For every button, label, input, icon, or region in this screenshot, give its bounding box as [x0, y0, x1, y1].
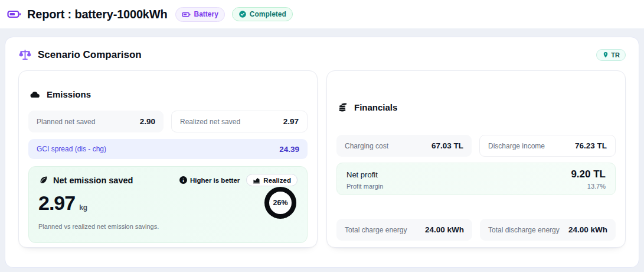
type-badge-label: Battery: [194, 11, 218, 18]
card-header: Scenario Comparison TR: [14, 47, 630, 70]
emissions-title: Emissions: [47, 89, 91, 99]
battery-small-icon: [182, 10, 191, 19]
big-value-group: 2.97 kg: [38, 192, 87, 215]
highlight-caption: Planned vs realized net emission savings…: [38, 223, 298, 230]
comparison-panels: Emissions Planned net saved 2.90 Realize…: [14, 70, 630, 248]
financials-title: Financials: [354, 102, 397, 112]
percent-value: 26%: [273, 199, 287, 207]
profit-margin-value: 13.7%: [587, 183, 606, 190]
highlight-header: Net emission saved i Higher is better Re…: [38, 174, 298, 186]
card-title: Scenario Comparison: [38, 49, 142, 61]
charging-cost-stat: Charging cost 67.03 TL: [336, 135, 472, 157]
total-discharge-energy-stat: Total discharge energy 24.00 kWh: [480, 219, 616, 241]
stat-label: Realized net saved: [180, 118, 240, 126]
cloud-icon: [30, 89, 41, 100]
area-chart-icon: [253, 176, 260, 184]
balance-scale-icon: [18, 48, 32, 61]
financials-title-group: Financials: [338, 102, 614, 112]
status-badge-label: Completed: [250, 11, 286, 18]
info-icon: i: [179, 176, 187, 184]
leaf-icon: [38, 175, 48, 185]
net-emission-unit: kg: [79, 203, 87, 212]
battery-icon: [7, 7, 21, 21]
financials-stat-row: Charging cost 67.03 TL Discharge income …: [336, 135, 616, 157]
totals-row: Total charge energy 24.00 kWh Total disc…: [336, 219, 616, 241]
highlight-title: Net emission saved: [53, 176, 133, 185]
stat-label: Total discharge energy: [488, 226, 560, 234]
realized-net-saved-stat: Realized net saved 2.97: [171, 111, 308, 132]
stat-label: Charging cost: [345, 142, 388, 150]
net-profit-value: 9.20 TL: [571, 169, 606, 180]
higher-is-better-hint: i Higher is better: [179, 176, 240, 184]
net-profit-label: Net profit: [346, 170, 378, 179]
highlight-controls: i Higher is better Realized: [179, 174, 298, 186]
stat-label: Discharge income: [488, 142, 545, 150]
planned-net-saved-stat: Planned net saved 2.90: [28, 111, 164, 132]
stat-value: 2.90: [140, 117, 155, 126]
gci-spread-value: 24.39: [279, 145, 299, 154]
type-badge: Battery: [175, 7, 224, 22]
status-badge: Completed: [232, 7, 293, 21]
discharge-income-stat: Discharge income 76.23 TL: [479, 135, 616, 157]
hint-label: Higher is better: [190, 177, 240, 184]
card-title-group: Scenario Comparison: [18, 48, 142, 61]
net-profit-card: Net profit 9.20 TL Profit margin 13.7%: [336, 163, 616, 195]
realized-toggle-button[interactable]: Realized: [246, 174, 298, 186]
stat-label: Planned net saved: [37, 118, 95, 126]
gci-spread-label: GCI spread (dis - chg): [37, 145, 106, 153]
net-emission-value: 2.97: [38, 192, 75, 215]
stat-value: 24.00 kWh: [568, 225, 607, 234]
location-pin-icon: [602, 51, 609, 59]
stat-value: 24.00 kWh: [425, 225, 464, 234]
highlight-title-group: Net emission saved: [38, 175, 133, 185]
stat-label: Total charge energy: [345, 226, 407, 234]
region-badge: TR: [596, 49, 626, 61]
stat-value: 67.03 TL: [431, 141, 463, 150]
emissions-stat-row: Planned net saved 2.90 Realized net save…: [28, 111, 308, 132]
gci-spread-row: GCI spread (dis - chg) 24.39: [28, 139, 308, 159]
emissions-panel: Emissions Planned net saved 2.90 Realize…: [18, 70, 318, 248]
percent-donut: 26%: [264, 187, 296, 219]
net-emission-saved-card: Net emission saved i Higher is better Re…: [28, 166, 308, 243]
profit-margin-row: Profit margin 13.7%: [346, 183, 606, 190]
coin-stack-icon: [338, 102, 348, 112]
net-profit-row: Net profit 9.20 TL: [346, 169, 606, 180]
scenario-comparison-card: Scenario Comparison TR Emissions Planned…: [5, 37, 639, 268]
page-title: Report : battery-1000kWh: [27, 8, 167, 21]
profit-margin-label: Profit margin: [346, 183, 383, 190]
stat-value: 2.97: [283, 117, 299, 126]
realized-toggle-label: Realized: [263, 177, 291, 184]
check-circle-icon: [238, 10, 247, 18]
region-badge-label: TR: [611, 51, 620, 59]
stat-value: 76.23 TL: [575, 141, 607, 150]
report-header: Report : battery-1000kWh Battery Complet…: [0, 0, 644, 28]
emissions-title-group: Emissions: [30, 89, 306, 100]
financials-panel: Financials Charging cost 67.03 TL Discha…: [326, 70, 626, 248]
total-charge-energy-stat: Total charge energy 24.00 kWh: [336, 219, 472, 241]
highlight-value-row: 2.97 kg 26%: [38, 187, 298, 219]
